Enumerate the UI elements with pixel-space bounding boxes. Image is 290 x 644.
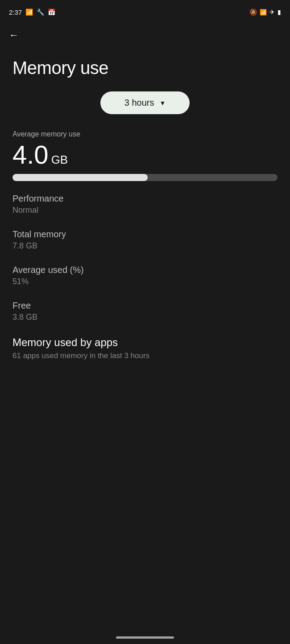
calendar-icon: 📅: [48, 8, 55, 16]
page-title: Memory use: [0, 45, 290, 87]
wrench-icon: 🔧: [37, 8, 44, 16]
time-selector-value: 3 hours: [124, 98, 154, 108]
apps-section-title: Memory used by apps: [12, 336, 278, 349]
home-indicator[interactable]: [116, 636, 174, 639]
bluetooth-icon: 📶: [25, 8, 33, 16]
stat-free-label: Free: [12, 301, 278, 311]
stat-performance: Performance Normal: [12, 194, 278, 215]
stat-total-memory-value: 7.8 GB: [12, 241, 278, 251]
stat-free: Free 3.8 GB: [12, 301, 278, 322]
status-bar: 2:37 📶 🔧 📅 🔕 📶 ✈ ▮: [0, 0, 290, 22]
status-left: 2:37 📶 🔧 📅: [9, 8, 55, 16]
back-button[interactable]: ←: [0, 22, 290, 45]
stat-average-used: Average used (%) 51%: [12, 265, 278, 286]
wifi-icon: 📶: [260, 9, 267, 16]
avg-memory-label: Average memory use: [12, 130, 278, 138]
back-arrow-icon: ←: [9, 29, 19, 41]
content-area: Average memory use 4.0 GB Performance No…: [0, 123, 290, 367]
stat-total-memory-label: Total memory: [12, 229, 278, 239]
stat-total-memory: Total memory 7.8 GB: [12, 229, 278, 251]
memory-progress-bar-container: [12, 174, 278, 181]
airplane-icon: ✈: [269, 8, 275, 16]
stat-average-used-value: 51%: [12, 277, 278, 286]
chevron-down-icon: ▼: [159, 99, 166, 107]
memory-value-display: 4.0 GB: [12, 142, 278, 168]
stat-performance-value: Normal: [12, 206, 278, 215]
stat-free-value: 3.8 GB: [12, 313, 278, 322]
stat-average-used-label: Average used (%): [12, 265, 278, 275]
stat-performance-label: Performance: [12, 194, 278, 204]
memory-progress-bar-fill: [12, 174, 148, 181]
notifications-muted-icon: 🔕: [249, 8, 257, 16]
time-display: 2:37: [9, 8, 22, 16]
status-right: 🔕 📶 ✈ ▮: [249, 8, 281, 16]
apps-section-subtitle: 61 apps used memory in the last 3 hours: [12, 351, 278, 360]
apps-section: Memory used by apps 61 apps used memory …: [12, 336, 278, 360]
time-selector-dropdown[interactable]: 3 hours ▼: [100, 91, 190, 114]
time-selector-container: 3 hours ▼: [0, 87, 290, 123]
memory-number: 4.0: [12, 142, 49, 168]
battery-icon: ▮: [278, 8, 281, 16]
memory-unit: GB: [51, 153, 68, 167]
